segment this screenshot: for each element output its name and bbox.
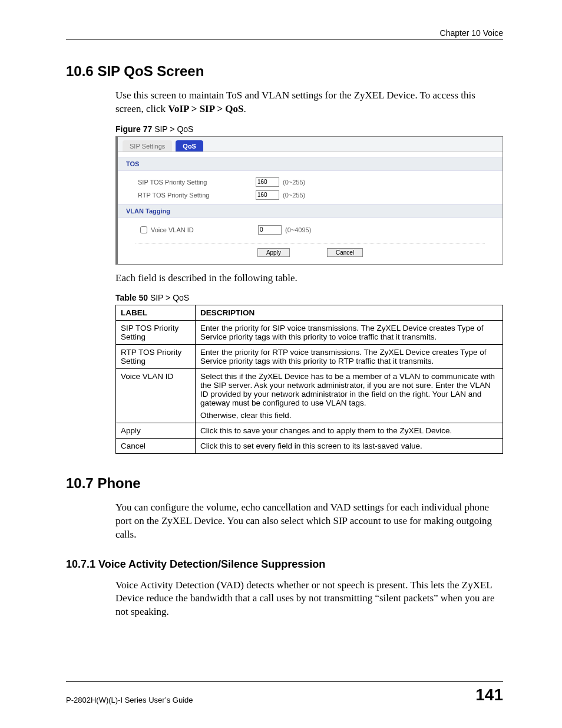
table-header-row: LABEL DESCRIPTION bbox=[116, 305, 503, 321]
range-rtp-tos: (0~255) bbox=[283, 192, 305, 199]
cell-label: SIP TOS Priority Setting bbox=[116, 321, 196, 345]
section-10-7-body: You can configure the volume, echo cance… bbox=[115, 501, 503, 541]
cancel-button[interactable]: Cancel bbox=[327, 248, 363, 257]
figure-77-title: SIP > QoS bbox=[152, 124, 193, 134]
tab-bar: SIP Settings QoS bbox=[118, 137, 503, 152]
cell-desc: Enter the priority for SIP voice transmi… bbox=[196, 321, 503, 345]
table-50-title: SIP > QoS bbox=[148, 293, 189, 302]
table-row: SIP TOS Priority Setting Enter the prior… bbox=[116, 321, 503, 345]
th-label: LABEL bbox=[116, 305, 196, 321]
cell-desc: Click this to save your changes and to a… bbox=[196, 423, 503, 439]
section-10-6-intro: Use this screen to maintain ToS and VLAN… bbox=[115, 89, 503, 116]
apply-button[interactable]: Apply bbox=[257, 248, 290, 257]
section-10-7-1-title: 10.7.1 Voice Activity Detection/Silence … bbox=[66, 558, 503, 571]
footer-page-number: 141 bbox=[475, 686, 503, 704]
figure-77-screenshot: SIP Settings QoS TOS SIP TOS Priority Se… bbox=[115, 136, 503, 265]
input-sip-tos[interactable] bbox=[256, 177, 279, 187]
row-voice-vlan: Voice VLAN ID (0~4095) bbox=[118, 223, 503, 237]
checkbox-voice-vlan[interactable] bbox=[140, 226, 147, 233]
range-voice-vlan: (0~4095) bbox=[285, 226, 311, 233]
label-sip-tos: SIP TOS Priority Setting bbox=[138, 179, 256, 186]
figure-77-caption: Figure 77 SIP > QoS bbox=[115, 124, 503, 134]
section-10-7-title: 10.7 Phone bbox=[66, 475, 503, 492]
input-rtp-tos[interactable] bbox=[256, 190, 279, 200]
cell-desc: Select this if the ZyXEL Device has to b… bbox=[196, 369, 503, 423]
figure-button-row: Apply Cancel bbox=[135, 243, 485, 264]
range-sip-tos: (0~255) bbox=[283, 179, 305, 186]
cell-label: RTP TOS Priority Setting bbox=[116, 345, 196, 369]
input-voice-vlan[interactable] bbox=[258, 225, 282, 235]
cell-desc: Click this to set every field in this sc… bbox=[196, 439, 503, 454]
table-row: Apply Click this to save your changes an… bbox=[116, 423, 503, 439]
figure-77-number: Figure 77 bbox=[115, 124, 152, 134]
table-row: Voice VLAN ID Select this if the ZyXEL D… bbox=[116, 369, 503, 423]
section-10-7-1-body: Voice Activity Detection (VAD) detects w… bbox=[115, 579, 503, 619]
table-50: LABEL DESCRIPTION SIP TOS Priority Setti… bbox=[115, 305, 503, 454]
label-rtp-tos: RTP TOS Priority Setting bbox=[138, 192, 256, 199]
group-header-tos: TOS bbox=[118, 157, 503, 171]
group-header-vlan: VLAN Tagging bbox=[118, 204, 503, 218]
running-header: Chapter 10 Voice bbox=[66, 28, 503, 39]
cell-label: Cancel bbox=[116, 439, 196, 454]
cell-desc: Enter the priority for RTP voice transmi… bbox=[196, 345, 503, 369]
tab-qos[interactable]: QoS bbox=[176, 140, 203, 151]
row-sip-tos: SIP TOS Priority Setting (0~255) bbox=[118, 176, 503, 189]
row-rtp-tos: RTP TOS Priority Setting (0~255) bbox=[118, 189, 503, 202]
after-figure-text: Each field is described in the following… bbox=[115, 272, 503, 285]
tab-sip-settings[interactable]: SIP Settings bbox=[123, 140, 172, 151]
table-row: Cancel Click this to set every field in … bbox=[116, 439, 503, 454]
intro-text-bold: VoIP > SIP > QoS bbox=[168, 103, 243, 114]
table-row: RTP TOS Priority Setting Enter the prior… bbox=[116, 345, 503, 369]
cell-label: Voice VLAN ID bbox=[116, 369, 196, 423]
footer-guide-title: P-2802H(W)(L)-I Series User’s Guide bbox=[66, 696, 193, 704]
cell-desc-p1: Select this if the ZyXEL Device has to b… bbox=[200, 372, 498, 407]
cell-label: Apply bbox=[116, 423, 196, 439]
th-description: DESCRIPTION bbox=[196, 305, 503, 321]
page-footer: P-2802H(W)(L)-I Series User’s Guide 141 bbox=[66, 681, 503, 704]
label-voice-vlan: Voice VLAN ID bbox=[151, 226, 258, 233]
cell-desc-p2: Otherwise, clear this field. bbox=[200, 411, 498, 420]
section-10-6-title: 10.6 SIP QoS Screen bbox=[66, 63, 503, 80]
intro-text-c: . bbox=[244, 103, 246, 114]
table-50-caption: Table 50 SIP > QoS bbox=[115, 293, 503, 302]
table-50-number: Table 50 bbox=[115, 293, 148, 302]
